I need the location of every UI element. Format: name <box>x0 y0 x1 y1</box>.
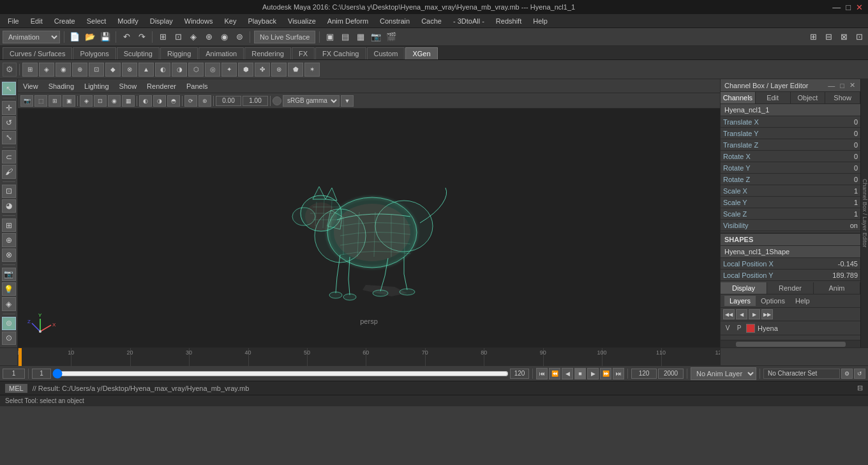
new-scene-button[interactable]: 📄 <box>68 31 81 43</box>
menu-modify[interactable]: Modify <box>112 16 143 26</box>
tab-help[interactable]: Help <box>790 296 815 306</box>
speed-field[interactable] <box>658 369 684 379</box>
undo-button[interactable]: ↶ <box>120 31 133 43</box>
menu-windows[interactable]: Windows <box>179 16 218 26</box>
layer-nav-btn1[interactable]: ◀◀ <box>723 309 735 319</box>
tab-options[interactable]: Options <box>756 296 790 306</box>
select-tool-button[interactable]: ↖ <box>2 82 16 95</box>
channel-box-minimize[interactable]: — <box>827 81 836 89</box>
tab-rendering[interactable]: Rendering <box>244 47 291 59</box>
vp-menu-lighting[interactable]: Lighting <box>82 82 112 90</box>
mel-python-toggle[interactable]: MEL <box>5 384 27 393</box>
range-end-field[interactable] <box>510 369 529 379</box>
snap-curve-button[interactable]: ◈ <box>187 31 200 43</box>
vp-menu-renderer[interactable]: Renderer <box>144 82 179 90</box>
tab-curves-surfaces[interactable]: Curves / Surfaces <box>3 47 72 59</box>
char-set-settings-btn[interactable]: ⚙ <box>841 369 853 379</box>
anim-layer-select[interactable]: No Anim Layer <box>691 367 756 380</box>
xgen-btn-10[interactable]: ◑ <box>172 63 187 77</box>
icon-btn-geo[interactable]: ◈ <box>2 297 16 310</box>
channel-box-toggle[interactable]: ⊠ <box>837 31 850 43</box>
scrollbar-thumb[interactable] <box>736 342 846 347</box>
snap-grid-button[interactable]: ⊡ <box>172 31 184 43</box>
tab-fx-caching[interactable]: FX Caching <box>315 47 366 59</box>
tab-sculpting[interactable]: Sculpting <box>117 47 160 59</box>
play-back-button[interactable]: ◀ <box>562 368 573 379</box>
tab-edit[interactable]: Edit <box>756 92 791 103</box>
xgen-btn-16[interactable]: ⊛ <box>271 63 287 77</box>
menu-cache[interactable]: Cache <box>416 16 447 26</box>
xgen-btn-2[interactable]: ◈ <box>39 63 54 77</box>
tab-show[interactable]: Show <box>825 92 860 103</box>
panel-scrollbar[interactable] <box>721 340 860 347</box>
settings-button[interactable]: ⚙ <box>3 63 17 77</box>
channel-box-maximize[interactable]: □ <box>839 81 846 89</box>
tab-layers[interactable]: Layers <box>724 296 756 306</box>
layer-nav-btn3[interactable]: ▶ <box>749 309 760 319</box>
fps-field[interactable] <box>631 369 657 379</box>
minimize-button[interactable]: — <box>832 3 841 12</box>
skip-to-start-button[interactable]: ⏮ <box>536 368 548 379</box>
tab-channels[interactable]: Channels <box>721 92 756 103</box>
channel-box-close[interactable]: ✕ <box>848 81 857 89</box>
menu-redshift[interactable]: Redshift <box>491 16 527 26</box>
editor-button[interactable]: ⊟ <box>822 31 835 43</box>
menu-file[interactable]: File <box>3 16 24 26</box>
open-scene-button[interactable]: 📂 <box>84 31 96 43</box>
xgen-btn-8[interactable]: ▲ <box>138 63 154 77</box>
plus-btn-1[interactable]: ⊞ <box>2 218 16 232</box>
paint-sel-button[interactable]: 🖌 <box>2 165 16 178</box>
layout-button[interactable]: ⊞ <box>807 31 819 43</box>
menu-create[interactable]: Create <box>49 16 80 26</box>
tab-fx[interactable]: FX <box>292 47 315 59</box>
tab-anim[interactable]: Anim <box>814 282 860 294</box>
xgen-btn-4[interactable]: ⊕ <box>72 63 87 77</box>
tab-xgen[interactable]: XGen <box>405 47 437 59</box>
char-set-refresh-btn[interactable]: ↺ <box>854 369 865 379</box>
icon-btn-misc2[interactable]: ⊙ <box>2 332 16 345</box>
attribute-editor-toggle[interactable]: ⊡ <box>853 31 865 43</box>
tab-polygons[interactable]: Polygons <box>73 47 116 59</box>
render-seq-button[interactable]: ▤ <box>339 31 352 43</box>
vp-menu-show[interactable]: Show <box>117 82 140 90</box>
xgen-btn-11[interactable]: ⬡ <box>188 63 204 77</box>
xgen-btn-7[interactable]: ⊗ <box>122 63 137 77</box>
snap-view-button[interactable]: ⊚ <box>233 31 246 43</box>
xgen-btn-1[interactable]: ⊞ <box>22 63 38 77</box>
plus-btn-3[interactable]: ⊗ <box>2 248 16 262</box>
menu-anim-deform[interactable]: Anim Deform <box>322 16 373 26</box>
xgen-btn-17[interactable]: ⬟ <box>288 63 303 77</box>
redo-button[interactable]: ↷ <box>135 31 148 43</box>
current-frame-field[interactable] <box>3 369 25 379</box>
menu-select[interactable]: Select <box>82 16 112 26</box>
close-button[interactable]: ✕ <box>856 3 863 12</box>
stop-button[interactable]: ■ <box>574 368 586 379</box>
render-cam-button[interactable]: 📷 <box>370 31 382 43</box>
step-forward-button[interactable]: ⏩ <box>600 368 611 379</box>
menu-edit[interactable]: Edit <box>26 16 48 26</box>
vp-menu-view[interactable]: View <box>20 82 41 90</box>
xgen-btn-5[interactable]: ⊡ <box>89 63 104 77</box>
xgen-btn-6[interactable]: ◆ <box>105 63 121 77</box>
snap-point-button[interactable]: ⊕ <box>202 31 215 43</box>
lasso-tool-button[interactable]: ⊂ <box>2 150 16 164</box>
menu-key[interactable]: Key <box>219 16 241 26</box>
menu-visualize[interactable]: Visualize <box>283 16 321 26</box>
layer-nav-btn2[interactable]: ◀ <box>736 309 747 319</box>
viewport[interactable]: View Shading Lighting Show Renderer Pane… <box>18 79 720 347</box>
timeline-slider[interactable] <box>52 369 509 379</box>
xgen-btn-9[interactable]: ◐ <box>155 63 170 77</box>
status-help-icon[interactable]: ⊟ <box>857 384 863 392</box>
menu-constrain[interactable]: Constrain <box>375 16 415 26</box>
animation-mode-select[interactable]: Animation Modeling Rigging Rendering Dyn… <box>3 31 60 43</box>
menu-display[interactable]: Display <box>145 16 178 26</box>
snap-surface-button[interactable]: ◉ <box>218 31 230 43</box>
scale-tool-button[interactable]: ⤡ <box>2 131 16 144</box>
snap-mode-button[interactable]: ⊡ <box>2 185 16 198</box>
xgen-btn-15[interactable]: ✤ <box>255 63 270 77</box>
skip-to-end-button[interactable]: ⏭ <box>613 368 624 379</box>
tab-object[interactable]: Object <box>791 92 826 103</box>
soft-sel-button[interactable]: ◕ <box>2 199 16 213</box>
menu-help[interactable]: Help <box>528 16 553 26</box>
play-forward-button[interactable]: ▶ <box>587 368 599 379</box>
